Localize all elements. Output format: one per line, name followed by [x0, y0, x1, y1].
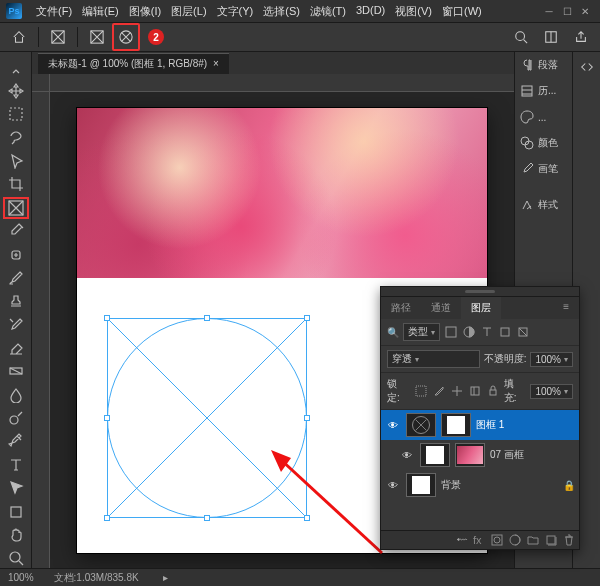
- ruler-vertical[interactable]: [32, 92, 50, 568]
- adjustment-layer-icon[interactable]: [509, 534, 521, 546]
- brush-tool[interactable]: [4, 268, 28, 287]
- eyedropper-tool[interactable]: [4, 222, 28, 241]
- home-icon[interactable]: [8, 26, 30, 48]
- filter-shape-icon[interactable]: [498, 325, 512, 339]
- search-icon[interactable]: 🔍: [387, 327, 399, 338]
- lock-pixels-icon[interactable]: [432, 384, 446, 398]
- layer-mask-thumb[interactable]: [441, 413, 471, 437]
- filter-adjust-icon[interactable]: [462, 325, 476, 339]
- shape-tool[interactable]: [4, 502, 28, 521]
- document-tab-close[interactable]: ×: [213, 58, 219, 69]
- menu-select[interactable]: 选择(S): [263, 4, 300, 19]
- menu-file[interactable]: 文件(F): [36, 4, 72, 19]
- hand-tool[interactable]: [4, 525, 28, 544]
- layer-name[interactable]: 07 画框: [490, 448, 524, 462]
- layer-thumb-image[interactable]: [455, 443, 485, 467]
- healing-tool[interactable]: [4, 245, 28, 264]
- window-maximize[interactable]: ☐: [558, 6, 576, 17]
- visibility-icon[interactable]: 👁: [385, 420, 401, 431]
- layer-row[interactable]: 👁 背景 🔒: [381, 470, 579, 500]
- marquee-tool[interactable]: [4, 105, 28, 124]
- fill-value[interactable]: 100%: [530, 384, 573, 399]
- panel-color[interactable]: 颜色: [515, 130, 572, 156]
- panel-history[interactable]: 历...: [515, 78, 572, 104]
- share-icon[interactable]: [570, 26, 592, 48]
- collapse-panels-icon[interactable]: [576, 56, 598, 78]
- lock-all-icon[interactable]: [486, 384, 500, 398]
- layers-panel-grip[interactable]: [381, 287, 579, 297]
- menu-layer[interactable]: 图层(L): [171, 4, 206, 19]
- menu-type[interactable]: 文字(Y): [217, 4, 254, 19]
- zoom-tool[interactable]: [4, 549, 28, 568]
- layer-row[interactable]: 👁 07 画框: [381, 440, 579, 470]
- path-select-tool[interactable]: [4, 478, 28, 497]
- dodge-tool[interactable]: [4, 408, 28, 427]
- lasso-tool[interactable]: [4, 128, 28, 147]
- blend-mode-dropdown[interactable]: 穿透: [387, 350, 480, 368]
- group-icon[interactable]: [527, 534, 539, 546]
- panel-styles[interactable]: 样式: [515, 192, 572, 218]
- visibility-icon[interactable]: 👁: [399, 450, 415, 461]
- layer-thumb[interactable]: [406, 473, 436, 497]
- document-tab[interactable]: 未标题-1 @ 100% (图框 1, RGB/8#) ×: [38, 53, 229, 74]
- tab-layers[interactable]: 图层: [461, 297, 501, 319]
- filter-type-dropdown[interactable]: 类型: [403, 323, 440, 341]
- filter-pixel-icon[interactable]: [444, 325, 458, 339]
- panel-brushes[interactable]: 画笔: [515, 156, 572, 182]
- toolbar-grip[interactable]: [4, 58, 28, 77]
- gradient-tool[interactable]: [4, 362, 28, 381]
- blur-tool[interactable]: [4, 385, 28, 404]
- menu-window[interactable]: 窗口(W): [442, 4, 482, 19]
- filter-type-icon[interactable]: [480, 325, 494, 339]
- frame-tool[interactable]: 1: [4, 198, 28, 217]
- opacity-value[interactable]: 100%: [530, 352, 573, 367]
- frame-ellipse-icon[interactable]: [115, 26, 137, 48]
- stamp-tool[interactable]: [4, 292, 28, 311]
- panel-paragraph[interactable]: 段落: [515, 52, 572, 78]
- lock-transparent-icon[interactable]: [414, 384, 428, 398]
- layer-thumb[interactable]: [420, 443, 450, 467]
- window-minimize[interactable]: ─: [540, 6, 558, 17]
- eraser-tool[interactable]: [4, 338, 28, 357]
- link-layers-icon[interactable]: ⬳: [456, 534, 467, 546]
- quick-select-tool[interactable]: [4, 151, 28, 170]
- move-tool[interactable]: [4, 81, 28, 100]
- filter-smart-icon[interactable]: [516, 325, 530, 339]
- crop-tool[interactable]: [4, 175, 28, 194]
- frame-selection[interactable]: [107, 318, 307, 518]
- zoom-level[interactable]: 100%: [8, 572, 34, 583]
- tab-paths[interactable]: 路径: [381, 297, 421, 319]
- menu-3d[interactable]: 3D(D): [356, 4, 385, 19]
- svg-rect-24: [471, 387, 479, 395]
- history-brush-tool[interactable]: [4, 315, 28, 334]
- layers-panel[interactable]: 路径 通道 图层 ≡ 🔍 类型 穿透 不透明度: 100% 锁定: 填充: 10…: [380, 286, 580, 550]
- panel-swatches[interactable]: ...: [515, 104, 572, 130]
- new-layer-icon[interactable]: [545, 534, 557, 546]
- panel-menu-icon[interactable]: ≡: [553, 297, 579, 319]
- menu-edit[interactable]: 编辑(E): [82, 4, 119, 19]
- lock-position-icon[interactable]: [450, 384, 464, 398]
- menu-view[interactable]: 视图(V): [395, 4, 432, 19]
- visibility-icon[interactable]: 👁: [385, 480, 401, 491]
- frame-rect-icon[interactable]: [86, 26, 108, 48]
- lock-label: 锁定:: [387, 377, 410, 405]
- layer-thumb[interactable]: [406, 413, 436, 437]
- type-tool[interactable]: [4, 455, 28, 474]
- ruler-horizontal[interactable]: [50, 74, 514, 92]
- search-icon[interactable]: [510, 26, 532, 48]
- layer-name[interactable]: 背景: [441, 478, 461, 492]
- workspace-icon[interactable]: [540, 26, 562, 48]
- pen-tool[interactable]: [4, 432, 28, 451]
- trash-icon[interactable]: [563, 534, 575, 546]
- tab-channels[interactable]: 通道: [421, 297, 461, 319]
- menu-image[interactable]: 图像(I): [129, 4, 161, 19]
- layer-mask-icon[interactable]: [491, 534, 503, 546]
- menu-filter[interactable]: 滤镜(T): [310, 4, 346, 19]
- layer-name[interactable]: 图框 1: [476, 418, 504, 432]
- layer-fx-icon[interactable]: fx: [473, 534, 485, 546]
- doc-info-caret[interactable]: ▸: [163, 572, 168, 583]
- lock-artboard-icon[interactable]: [468, 384, 482, 398]
- layer-row[interactable]: 👁 图框 1: [381, 410, 579, 440]
- frame-rect-x-icon[interactable]: [47, 26, 69, 48]
- window-close[interactable]: ✕: [576, 6, 594, 17]
